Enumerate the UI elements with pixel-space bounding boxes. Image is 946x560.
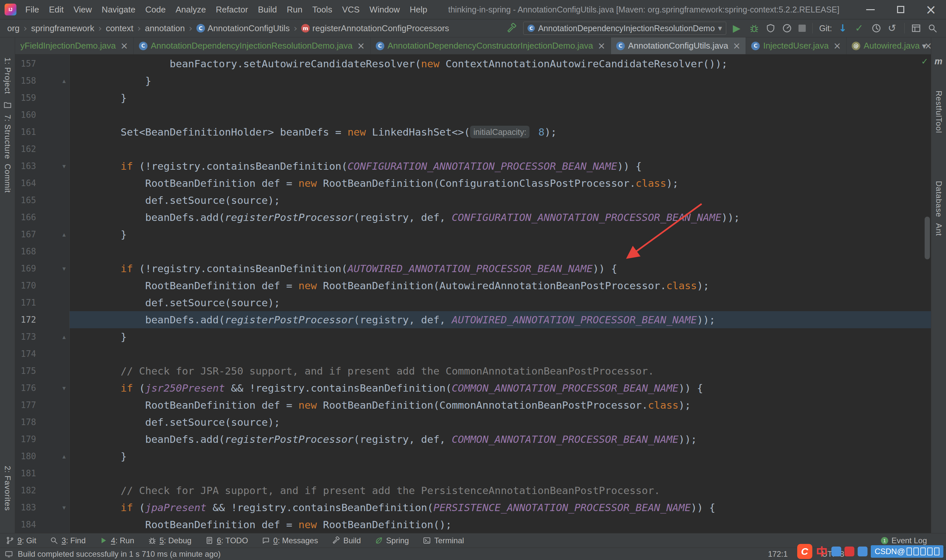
close-button[interactable]: × (916, 0, 946, 19)
menu-navigate[interactable]: Navigate (97, 0, 140, 19)
maximize-button[interactable] (886, 0, 916, 19)
breadcrumb-item-annotation[interactable]: annotation (143, 23, 186, 34)
code-text[interactable]: beanFactory.setAutowireCandidateResolver… (69, 55, 931, 72)
menu-run[interactable]: Run (282, 0, 307, 19)
tool-button-terminal[interactable]: Terminal (423, 536, 464, 545)
maven-tool-button[interactable]: m (935, 57, 943, 67)
tab-AnnotationConfigUtils.java[interactable]: CAnnotationConfigUtils.java× (611, 37, 746, 54)
code-text[interactable]: } (69, 328, 931, 345)
breadcrumb-item-context[interactable]: context (104, 23, 135, 34)
line-number[interactable]: 158 (15, 72, 36, 89)
code-text[interactable]: def.setSource(source); (69, 192, 931, 209)
fold-marker-icon[interactable]: ▴ (36, 226, 69, 243)
line-number[interactable]: 174 (15, 345, 36, 362)
restfultool-tool-button[interactable]: RestfulTool (934, 91, 943, 133)
code-editor[interactable]: 157 beanFactory.setAutowireCandidateReso… (15, 54, 931, 533)
code-text[interactable]: // Check for JSR-250 support, and if pre… (69, 362, 931, 380)
line-number[interactable]: 165 (15, 192, 36, 209)
line-number[interactable]: 178 (15, 414, 36, 431)
code-text[interactable]: beanDefs.add(registerPostProcessor(regis… (69, 431, 931, 448)
menu-help[interactable]: Help (405, 0, 432, 19)
tab-Autowired.java[interactable]: @Autowired.java× (846, 37, 931, 54)
code-text[interactable]: } (69, 226, 931, 243)
fold-marker-icon[interactable]: ▴ (36, 328, 69, 345)
fold-marker-icon[interactable]: ▾ (36, 499, 69, 516)
breadcrumb-item-springframework[interactable]: springframework (29, 23, 96, 34)
line-number[interactable]: 184 (15, 516, 36, 533)
code-text[interactable]: beanDefs.add(registerPostProcessor(regis… (69, 311, 931, 328)
line-number[interactable]: 157 (15, 55, 36, 72)
tool-button-git[interactable]: 9: Git (6, 536, 36, 545)
code-text[interactable]: RootBeanDefinition def = new RootBeanDef… (69, 277, 931, 294)
fold-marker-icon[interactable]: ▾ (36, 260, 69, 277)
tool-button-todo[interactable]: 6: TODO (205, 536, 248, 545)
code-text[interactable]: beanDefs.add(registerPostProcessor(regis… (69, 209, 931, 226)
close-tab-icon[interactable]: × (733, 40, 740, 51)
code-text[interactable] (69, 243, 931, 260)
line-number[interactable]: 159 (15, 89, 36, 106)
code-text[interactable]: RootBeanDefinition def = new RootBeanDef… (69, 397, 931, 414)
search-everywhere-icon[interactable] (928, 23, 937, 33)
menu-refactor[interactable]: Refactor (211, 0, 253, 19)
commit-tool-button[interactable]: Commit (3, 164, 12, 193)
close-tab-icon[interactable]: × (834, 40, 841, 51)
caret-position[interactable]: 172:1 (768, 549, 788, 559)
run-configuration-select[interactable]: C AnnotationDependencyInjectionResolutio… (523, 22, 726, 35)
line-number[interactable]: 183 (15, 499, 36, 516)
profiler-button[interactable] (782, 23, 792, 33)
line-number[interactable]: 166 (15, 209, 36, 226)
menu-vcs[interactable]: VCS (337, 0, 364, 19)
line-number[interactable]: 160 (15, 106, 36, 123)
inspections-ok-icon[interactable]: ✓ (921, 57, 928, 66)
fold-marker-icon[interactable]: ▴ (36, 448, 69, 465)
git-history-button[interactable] (871, 23, 881, 33)
tool-window-switcher-icon[interactable] (5, 550, 13, 558)
code-text[interactable] (69, 106, 931, 123)
menu-tools[interactable]: Tools (307, 0, 337, 19)
menu-edit[interactable]: Edit (44, 0, 69, 19)
stop-button[interactable] (798, 25, 806, 32)
ant-tool-button[interactable]: Ant (934, 223, 943, 236)
code-text[interactable]: RootBeanDefinition def = new RootBeanDef… (69, 516, 931, 533)
fold-marker-icon[interactable]: ▾ (36, 380, 69, 397)
menu-build[interactable]: Build (253, 0, 282, 19)
database-tool-button[interactable]: Database (934, 181, 943, 217)
line-number[interactable]: 168 (15, 243, 36, 260)
git-rollback-button[interactable]: ↺ (888, 23, 898, 33)
fold-marker-icon[interactable]: ▾ (36, 158, 69, 175)
menu-file[interactable]: File (20, 0, 44, 19)
code-text[interactable]: // Check for JPA support, and if present… (69, 482, 931, 499)
editor-scrollbar[interactable] (924, 217, 930, 259)
code-text[interactable]: if (!registry.containsBeanDefinition(CON… (69, 158, 931, 175)
tab-AnnotationDependencyConstructorInjectionDemo.java[interactable]: CAnnotationDependencyConstructorInjectio… (371, 37, 611, 54)
line-number[interactable]: 173 (15, 328, 36, 345)
debug-button[interactable] (749, 23, 759, 33)
close-tab-icon[interactable]: × (598, 40, 606, 51)
project-tool-button[interactable]: 1: Project (3, 57, 12, 94)
line-number[interactable]: 162 (15, 140, 36, 158)
menu-analyze[interactable]: Analyze (171, 0, 211, 19)
close-tab-icon[interactable]: × (120, 40, 128, 51)
tool-button-build[interactable]: Build (332, 536, 361, 545)
line-number[interactable]: 167 (15, 226, 36, 243)
line-number[interactable]: 171 (15, 294, 36, 311)
git-commit-button[interactable]: ✓ (855, 23, 865, 33)
menu-view[interactable]: View (69, 0, 97, 19)
line-number[interactable]: 170 (15, 277, 36, 294)
tool-button-messages[interactable]: 0: Messages (262, 536, 318, 545)
line-number[interactable]: 175 (15, 362, 36, 380)
line-number[interactable]: 177 (15, 397, 36, 414)
code-text[interactable]: def.setSource(source); (69, 414, 931, 431)
menu-code[interactable]: Code (140, 0, 171, 19)
code-text[interactable]: RootBeanDefinition def = new RootBeanDef… (69, 175, 931, 192)
line-number[interactable]: 181 (15, 465, 36, 482)
breadcrumb-item-AnnotationConfigUtils[interactable]: CAnnotationConfigUtils (194, 23, 292, 34)
code-text[interactable] (69, 140, 931, 158)
tab-yFieldInjectionDemo.java[interactable]: yFieldInjectionDemo.java× (15, 37, 134, 54)
build-hammer-icon[interactable] (506, 23, 517, 34)
code-text[interactable]: def.setSource(source); (69, 294, 931, 311)
code-text[interactable]: if (!registry.containsBeanDefinition(AUT… (69, 260, 931, 277)
tab-InjectedUser.java[interactable]: CInjectedUser.java× (746, 37, 846, 54)
breadcrumb-item-org[interactable]: org (5, 23, 22, 34)
structure-tool-button[interactable]: 7: Structure (3, 115, 12, 159)
